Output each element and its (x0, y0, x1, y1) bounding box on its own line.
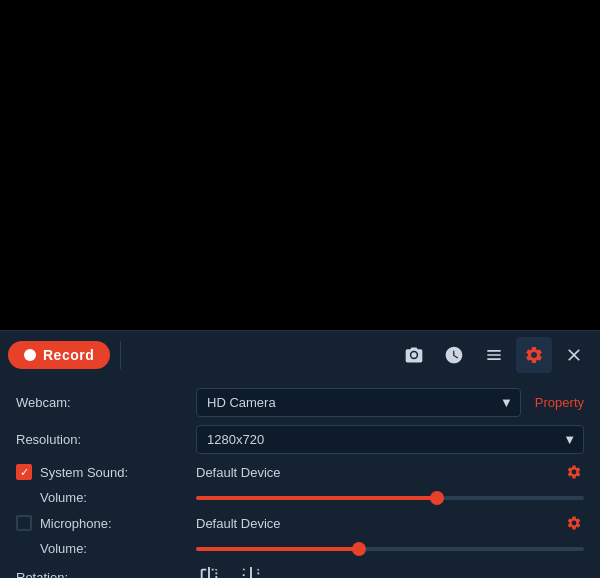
rotation-label: Rotation: (16, 570, 196, 579)
tools-icon (484, 345, 504, 365)
close-icon (564, 345, 584, 365)
system-sound-slider-track[interactable] (196, 496, 584, 500)
microphone-device: Default Device (196, 516, 556, 531)
flip-horizontal-icon (198, 566, 220, 578)
webcam-label: Webcam: (16, 395, 196, 410)
resolution-select-wrapper: 1280x720 1920x1080 640x480 ▼ (196, 425, 584, 454)
system-sound-volume-row (196, 496, 584, 500)
system-sound-checkbox[interactable] (16, 464, 32, 480)
microphone-settings-button[interactable] (564, 513, 584, 533)
system-sound-device: Default Device (196, 465, 556, 480)
resolution-select[interactable]: 1280x720 1920x1080 640x480 (196, 425, 584, 454)
microphone-label: Microphone: (40, 516, 112, 531)
record-dot (24, 349, 36, 361)
system-sound-device-row: Default Device (196, 462, 584, 482)
microphone-slider-track[interactable] (196, 547, 584, 551)
system-sound-label-row: System Sound: (16, 464, 196, 480)
settings-icon-button[interactable] (516, 337, 552, 373)
close-icon-button[interactable] (556, 337, 592, 373)
toolbar: Record (0, 330, 600, 378)
flip-vertical-button[interactable] (238, 564, 264, 578)
record-button[interactable]: Record (8, 341, 110, 369)
system-sound-settings-button[interactable] (564, 462, 584, 482)
microphone-label-row: Microphone: (16, 515, 196, 531)
system-sound-slider-thumb[interactable] (430, 491, 444, 505)
camera-icon (404, 345, 424, 365)
settings-gear-icon (524, 345, 544, 365)
record-label: Record (43, 347, 94, 363)
property-link[interactable]: Property (527, 395, 584, 410)
flip-vertical-icon (240, 566, 262, 578)
system-volume-label: Volume: (16, 490, 196, 505)
toolbar-icons (396, 337, 592, 373)
settings-panel: Webcam: HD Camera Default No Webcam ▼ Pr… (0, 378, 600, 578)
resolution-label: Resolution: (16, 432, 196, 447)
screenshot-icon-button[interactable] (396, 337, 432, 373)
microphone-slider-thumb[interactable] (352, 542, 366, 556)
microphone-device-row: Default Device (196, 513, 584, 533)
rotation-controls (196, 564, 584, 578)
system-sound-slider-fill (196, 496, 437, 500)
history-icon (444, 345, 464, 365)
flip-horizontal-button[interactable] (196, 564, 222, 578)
history-icon-button[interactable] (436, 337, 472, 373)
microphone-volume-label: Volume: (16, 541, 196, 556)
tools-icon-button[interactable] (476, 337, 512, 373)
webcam-select[interactable]: HD Camera Default No Webcam (196, 388, 521, 417)
system-sound-gear-icon (566, 464, 582, 480)
toolbar-divider (120, 341, 121, 369)
webcam-select-wrapper: HD Camera Default No Webcam ▼ (196, 388, 521, 417)
system-sound-label: System Sound: (40, 465, 128, 480)
microphone-slider-fill (196, 547, 359, 551)
microphone-checkbox[interactable] (16, 515, 32, 531)
microphone-volume-row (196, 547, 584, 551)
microphone-gear-icon (566, 515, 582, 531)
webcam-row: HD Camera Default No Webcam ▼ Property (196, 388, 584, 417)
video-preview (0, 0, 600, 330)
